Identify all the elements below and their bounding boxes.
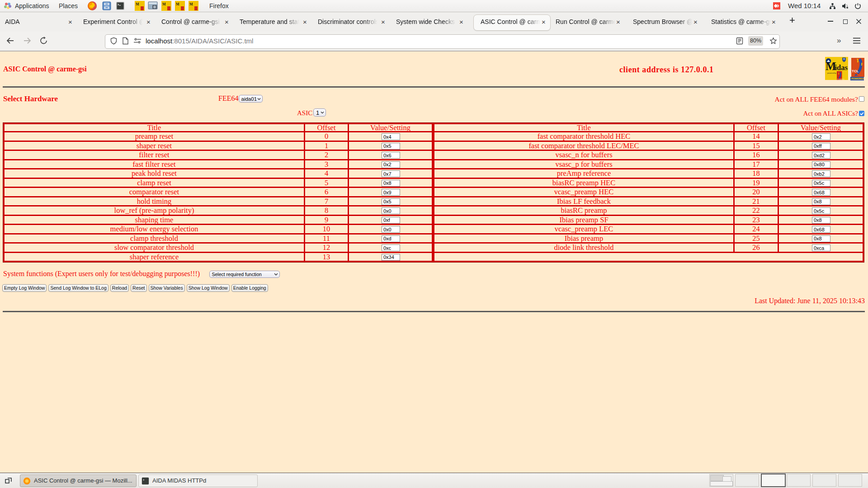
svg-text:TCL: TCL (852, 69, 859, 73)
svg-text:powered by: powered by (827, 72, 836, 74)
svg-text:POWERED: POWERED (851, 77, 864, 80)
svg-text:idas: idas (835, 63, 848, 72)
svg-text:M: M (136, 2, 139, 6)
svg-text:M: M (162, 2, 166, 6)
svg-text:M: M (189, 2, 193, 6)
svg-text:POWERED: POWERED (837, 79, 845, 80)
svg-text:M: M (176, 2, 179, 6)
